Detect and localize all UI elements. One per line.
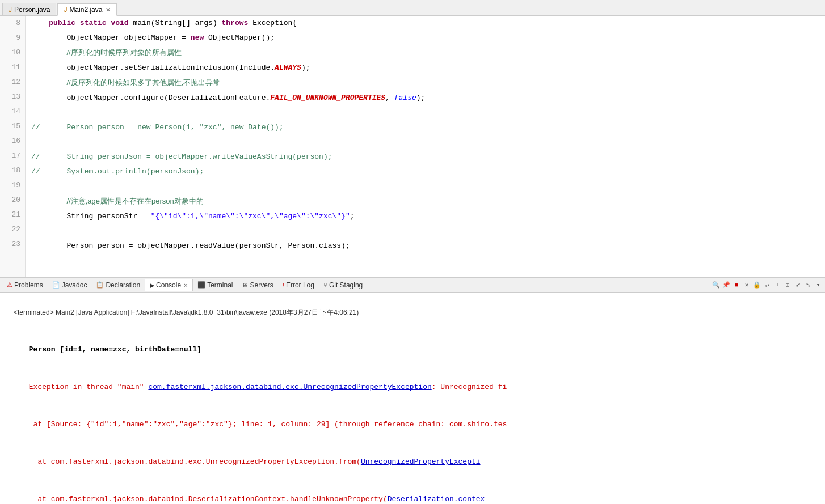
tab-error-log-label: Error Log	[286, 281, 314, 289]
new-console-icon[interactable]: +	[773, 281, 782, 290]
code-line-23: Person person = objectMapper.readValue(p…	[31, 239, 825, 253]
tab-servers-icon: 🖥	[242, 282, 248, 289]
tab-problems-label: Problems	[14, 281, 43, 289]
editor-horizontal-scrollbar[interactable]	[0, 277, 825, 278]
tab-declaration[interactable]: 📋 Declaration	[91, 279, 145, 291]
editor-area: 8 9 10 11 12 13 14 15 16 17 18 19 20 21 …	[0, 16, 825, 278]
console-error-exception: Exception in thread "main" com.fasterxml…	[2, 369, 823, 406]
tab-main2-label: Main2.java	[69, 6, 102, 14]
panel-tab-strip: ⚠ Problems 📄 Javadoc 📋 Declaration ▶ Con…	[0, 278, 825, 293]
open-console-icon[interactable]: ⊞	[783, 281, 792, 290]
tab-error-log-icon: !	[283, 282, 284, 289]
code-line-12: //反序列化的时候如果多了其他属性,不抛出异常	[31, 75, 825, 91]
tab-person-java[interactable]: J Person.java	[2, 3, 56, 15]
remove-icon[interactable]: ✕	[742, 281, 751, 290]
pin-icon[interactable]: 📌	[722, 281, 731, 290]
tab-git-icon: ⑂	[323, 282, 327, 289]
code-line-14	[31, 105, 825, 120]
code-line-18: // System.out.println(personJson);	[31, 164, 825, 179]
tab-terminal[interactable]: ⬛ Terminal	[193, 279, 237, 291]
java-file-icon-2: J	[64, 6, 67, 14]
code-content[interactable]: public static void main(String[] args) t…	[26, 16, 825, 277]
code-line-22	[31, 224, 825, 239]
tab-declaration-label: Declaration	[106, 281, 140, 289]
stack-link-2[interactable]: Deserialization.contex	[388, 495, 485, 502]
bottom-panel: ⚠ Problems 📄 Javadoc 📋 Declaration ▶ Con…	[0, 278, 825, 502]
minimize-icon[interactable]: ⤡	[803, 281, 813, 290]
tab-problems-icon: ⚠	[7, 281, 12, 289]
tab-person-label: Person.java	[14, 6, 50, 14]
tab-bar: J Person.java J Main2.java ✕	[0, 0, 825, 16]
tab-javadoc-icon: 📄	[52, 281, 60, 289]
console-stack-line-3: at com.fasterxml.jackson.databind.Deseri…	[2, 481, 823, 502]
tab-console-close[interactable]: ✕	[183, 282, 188, 289]
tab-error-log[interactable]: ! Error Log	[278, 279, 319, 291]
word-wrap-icon[interactable]: ↵	[763, 281, 772, 290]
code-line-8: public static void main(String[] args) t…	[31, 16, 825, 31]
panel-toolbar-icons: 🔍 📌 ■ ✕ 🔒 ↵ + ⊞ ⤢ ⤡ ▾	[712, 281, 823, 290]
code-line-17: // String personJson = objectMapper.writ…	[31, 150, 825, 164]
tab-console-label: Console	[156, 281, 181, 289]
tab-javadoc-label: Javadoc	[62, 281, 87, 289]
console-output[interactable]: <terminated> Main2 [Java Application] F:…	[0, 293, 825, 502]
code-line-15: // Person person = new Person(1, "zxc", …	[31, 120, 825, 135]
maximize-icon[interactable]: ⤢	[793, 281, 802, 290]
code-line-16	[31, 135, 825, 150]
console-output-line: Person [id=1, name=zxc, birthDate=null]	[2, 331, 823, 369]
code-line-20: //注意,age属性是不存在在person对象中的	[31, 194, 825, 209]
tab-terminal-label: Terminal	[207, 281, 233, 289]
code-line-11: objectMapper.setSerializationInclusion(I…	[31, 61, 825, 75]
stack-link-1[interactable]: UnrecognizedPropertyExcepti	[361, 458, 481, 466]
scroll-lock-icon[interactable]: 🔒	[752, 281, 761, 290]
console-stack-line-2: at com.fasterxml.jackson.databind.exc.Un…	[2, 443, 823, 481]
view-menu-icon[interactable]: ▾	[814, 281, 823, 290]
code-line-13: objectMapper.configure(DeserializationFe…	[31, 91, 825, 105]
tab-git-label: Git Staging	[329, 281, 363, 289]
code-line-9: ObjectMapper objectMapper = new ObjectMa…	[31, 31, 825, 45]
stop-icon[interactable]: ■	[732, 281, 741, 290]
tab-git-staging[interactable]: ⑂ Git Staging	[319, 279, 367, 291]
tab-terminal-icon: ⬛	[197, 281, 205, 289]
line-numbers: 8 9 10 11 12 13 14 15 16 17 18 19 20 21 …	[0, 16, 26, 277]
exception-class-link[interactable]: com.fasterxml.jackson.databind.exc.Unrec…	[148, 383, 431, 391]
code-line-10: //序列化的时候序列对象的所有属性	[31, 45, 825, 61]
tab-close-button[interactable]: ✕	[106, 6, 111, 14]
tab-main2-java[interactable]: J Main2.java ✕	[57, 3, 117, 16]
tab-console-icon: ▶	[150, 282, 154, 289]
clear-console-icon[interactable]: 🔍	[712, 281, 721, 290]
tab-console[interactable]: ▶ Console ✕	[145, 279, 193, 291]
code-line-21: String personStr = "{\"id\":1,\"name\":\…	[31, 209, 825, 224]
tab-javadoc[interactable]: 📄 Javadoc	[48, 279, 92, 291]
tab-problems[interactable]: ⚠ Problems	[2, 279, 48, 291]
console-stack-line-1: at [Source: {"id":1,"name":"zxc","age":"…	[2, 406, 823, 443]
java-file-icon: J	[9, 6, 12, 14]
tab-servers-label: Servers	[250, 281, 273, 289]
code-line-19	[31, 179, 825, 194]
tab-declaration-icon: 📋	[96, 281, 104, 289]
console-terminated-line: <terminated> Main2 [Java Application] F:…	[2, 294, 823, 331]
tab-servers[interactable]: 🖥 Servers	[237, 279, 277, 291]
